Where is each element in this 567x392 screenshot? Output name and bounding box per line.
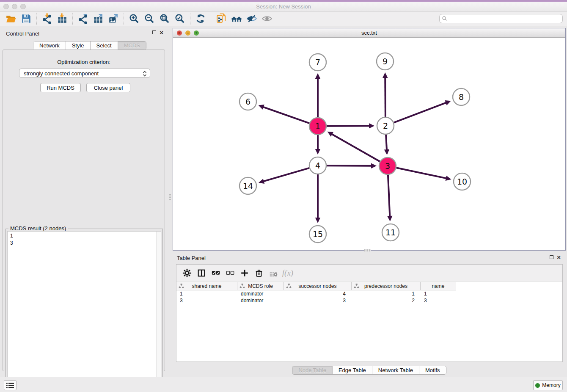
- edge-4-14[interactable]: [263, 168, 309, 182]
- edge-4-3[interactable]: [327, 166, 372, 166]
- criterion-select[interactable]: strongly connected component: [19, 69, 150, 78]
- edge-3-10[interactable]: [396, 168, 447, 178]
- table-cell[interactable]: dominator: [237, 298, 284, 304]
- tab-style[interactable]: Style: [66, 41, 91, 50]
- vertical-splitter-handle[interactable]: [169, 194, 171, 201]
- table-cell[interactable]: 1: [176, 291, 237, 298]
- import-table-button[interactable]: [55, 12, 70, 25]
- float-table-panel-icon[interactable]: [550, 255, 553, 259]
- column-header-successor-nodes[interactable]: successor nodes: [284, 282, 352, 290]
- tab-network[interactable]: Network: [33, 41, 66, 50]
- column-header-shared-name[interactable]: shared name: [176, 282, 237, 290]
- delete-row-button[interactable]: [252, 266, 266, 280]
- horizontal-splitter-handle[interactable]: [364, 249, 371, 251]
- select-all-icon: [211, 268, 220, 278]
- import-network-icon: [41, 13, 52, 24]
- close-panel-icon[interactable]: ×: [160, 30, 163, 34]
- search-field[interactable]: [439, 14, 563, 23]
- float-panel-icon[interactable]: [152, 30, 156, 34]
- settings-button[interactable]: [180, 266, 194, 280]
- mcds-panel: Optimization criterion: strongly connect…: [3, 50, 165, 371]
- close-table-panel-icon[interactable]: ×: [557, 255, 561, 259]
- import-network-button[interactable]: [39, 12, 55, 25]
- hide-graphics-details-button[interactable]: [244, 12, 259, 25]
- tab-motifs[interactable]: Motifs: [419, 366, 446, 374]
- edge-3-1[interactable]: [331, 134, 380, 161]
- column-header-predecessor-nodes[interactable]: predecessor nodes: [352, 282, 421, 290]
- tab-mcds[interactable]: MCDS: [118, 41, 146, 50]
- edge-2-3[interactable]: [386, 135, 387, 150]
- column-label: predecessor nodes: [364, 283, 407, 289]
- table-cell[interactable]: 1: [352, 291, 421, 298]
- network-canvas[interactable]: 7968124314101511: [173, 38, 565, 250]
- edge-2-9[interactable]: [385, 77, 385, 117]
- task-history-button[interactable]: [4, 380, 17, 390]
- table-cell[interactable]: 4: [284, 291, 352, 298]
- network-window-title: scc.txt: [173, 30, 565, 36]
- refresh-button[interactable]: [193, 12, 208, 25]
- run-mcds-button[interactable]: Run MCDS: [40, 83, 81, 92]
- table-row[interactable]: 3dominator323: [176, 298, 456, 304]
- close-panel-button[interactable]: Close panel: [86, 83, 130, 92]
- edge-1-6[interactable]: [263, 107, 309, 123]
- table-cell[interactable]: dominator: [237, 291, 284, 298]
- tab-edge-table[interactable]: Edge Table: [333, 366, 372, 374]
- zoom-fit-icon: [159, 13, 170, 24]
- edge-arrowhead: [383, 72, 388, 78]
- edge-1-2[interactable]: [327, 126, 370, 126]
- table-cell[interactable]: 3: [176, 298, 237, 304]
- table-cell[interactable]: 3: [421, 298, 456, 304]
- table-panel: Table Panel × f(x) shared nameMCDS roles…: [173, 253, 566, 376]
- columns-button[interactable]: [194, 266, 209, 280]
- toolbar-separator: [211, 13, 211, 25]
- add-row-button[interactable]: [237, 266, 252, 280]
- memory-button[interactable]: Memory: [533, 380, 563, 390]
- clone-network-button[interactable]: [214, 12, 229, 25]
- table-toolbar: f(x): [176, 265, 562, 282]
- table-row[interactable]: 1dominator411: [176, 291, 456, 298]
- application-window: Session: New Session Control Panel × Net…: [0, 0, 567, 392]
- graph-node-label-4: 4: [315, 161, 320, 170]
- save-session-button[interactable]: [19, 12, 34, 25]
- select-all-button[interactable]: [209, 266, 223, 280]
- export-image-button[interactable]: [106, 12, 121, 25]
- graph-node-label-11: 11: [385, 228, 396, 237]
- open-session-button[interactable]: [3, 12, 19, 25]
- edge-arrowhead: [259, 105, 264, 110]
- tab-select[interactable]: Select: [91, 41, 118, 50]
- export-table-button[interactable]: [91, 12, 106, 25]
- table-cell[interactable]: 3: [284, 298, 352, 304]
- export-network-button[interactable]: [75, 12, 91, 25]
- mcds-result-textarea[interactable]: 13: [7, 231, 161, 385]
- table-cell[interactable]: 2: [352, 298, 421, 304]
- search-input[interactable]: [448, 15, 562, 22]
- column-header-MCDS-role[interactable]: MCDS role: [237, 282, 284, 290]
- edge-arrowhead: [369, 123, 374, 128]
- zoom-fit-button[interactable]: [157, 12, 172, 25]
- edge-3-11[interactable]: [388, 175, 390, 217]
- table-cell[interactable]: 1: [421, 291, 456, 298]
- zoom-selected-button[interactable]: [172, 12, 187, 25]
- zoom-out-button[interactable]: [142, 12, 157, 25]
- column-tree-icon: [354, 283, 359, 289]
- graph-node-label-6: 6: [245, 97, 250, 106]
- column-header-name[interactable]: name: [421, 282, 456, 290]
- result-line: 3: [8, 240, 161, 247]
- tab-network-table[interactable]: Network Table: [372, 366, 419, 374]
- column-label: shared name: [192, 283, 221, 289]
- tab-node-table[interactable]: Node Table: [292, 366, 333, 374]
- edge-arrowhead: [446, 176, 451, 181]
- edge-arrowhead: [371, 163, 377, 168]
- result-scrollbar[interactable]: [156, 232, 161, 384]
- toolbar-separator: [190, 13, 190, 25]
- delete-row-icon: [254, 268, 264, 278]
- import-table-icon: [57, 13, 68, 24]
- network-window-titlebar[interactable]: × − + scc.txt: [173, 28, 565, 38]
- column-tree-icon: [286, 283, 292, 289]
- zoom-in-button[interactable]: [127, 12, 142, 25]
- refresh-icon: [195, 13, 206, 24]
- mac-titlebar[interactable]: Session: New Session: [0, 2, 567, 11]
- ndex-home-button[interactable]: [229, 12, 244, 25]
- edge-2-8[interactable]: [394, 102, 447, 122]
- unselect-all-button[interactable]: [223, 266, 237, 280]
